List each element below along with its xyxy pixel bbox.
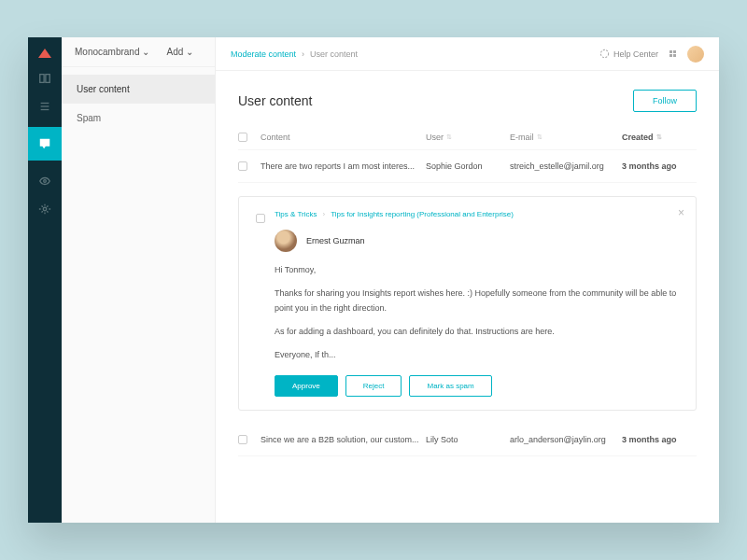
- sort-icon[interactable]: ⇅: [446, 133, 452, 141]
- card-crumb-a[interactable]: Tips & Tricks: [275, 210, 317, 218]
- chevron-right-icon: ›: [302, 49, 304, 59]
- logo-icon: [38, 49, 51, 58]
- approve-button[interactable]: Approve: [275, 375, 338, 397]
- breadcrumb-current: User content: [310, 49, 358, 59]
- cell-created: 3 months ago: [622, 435, 697, 444]
- chevron-right-icon: ›: [322, 210, 325, 218]
- rail-item-1[interactable]: [37, 71, 52, 86]
- rail-item-moderate[interactable]: [28, 127, 62, 161]
- table-row[interactable]: Since we are a B2B solution, our custom.…: [238, 424, 697, 456]
- col-content: Content: [261, 133, 426, 142]
- svg-rect-1: [46, 75, 49, 83]
- svg-point-7: [600, 49, 608, 57]
- table-row[interactable]: There are two reports I am most interes.…: [238, 150, 697, 183]
- card-breadcrumb: Tips & Tricks › Tips for Insights report…: [275, 210, 679, 218]
- cell-email: arlo_anderson@jaylin.org: [510, 435, 622, 444]
- reject-button[interactable]: Reject: [345, 375, 402, 397]
- nav-rail: [28, 37, 62, 523]
- cell-user: Lily Soto: [426, 435, 510, 444]
- row-checkbox[interactable]: [238, 435, 247, 444]
- sidebar-item-spam[interactable]: Spam: [62, 104, 215, 133]
- chevron-down-icon: ⌄: [186, 47, 193, 57]
- card-checkbox[interactable]: [256, 214, 265, 223]
- rail-item-settings[interactable]: [37, 202, 52, 217]
- sort-icon[interactable]: ⇅: [656, 133, 662, 141]
- mark-spam-button[interactable]: Mark as spam: [409, 375, 491, 397]
- svg-point-5: [44, 180, 47, 183]
- svg-rect-0: [40, 75, 44, 83]
- app-window: Monocambrand⌄ Add⌄ User content Spam Mod…: [28, 37, 719, 523]
- sidebar-item-user-content[interactable]: User content: [62, 75, 215, 104]
- author-name: Ernest Guzman: [306, 236, 365, 245]
- add-dropdown[interactable]: Add⌄: [166, 47, 193, 57]
- svg-point-6: [43, 207, 47, 211]
- chevron-down-icon: ⌄: [142, 47, 149, 57]
- breadcrumb: Moderate content › User content: [231, 49, 358, 59]
- sort-icon[interactable]: ⇅: [537, 133, 543, 141]
- help-center-link[interactable]: Help Center: [599, 49, 658, 59]
- main: Moderate content › User content Help Cen…: [216, 37, 719, 523]
- row-checkbox[interactable]: [238, 161, 247, 171]
- col-user[interactable]: User: [426, 133, 444, 142]
- user-avatar[interactable]: [687, 46, 704, 63]
- help-icon: [599, 49, 610, 59]
- cell-content: There are two reports I am most interes.…: [261, 161, 426, 171]
- card-crumb-b[interactable]: Tips for Insights reporting (Professiona…: [331, 210, 514, 218]
- rail-item-4[interactable]: [37, 174, 52, 189]
- sidebar: Monocambrand⌄ Add⌄ User content Spam: [62, 37, 216, 523]
- follow-button[interactable]: Follow: [633, 90, 697, 112]
- table-header: Content User⇅ E-mail⇅ Created⇅: [238, 125, 697, 150]
- topbar: Moderate content › User content Help Cen…: [216, 37, 719, 71]
- cell-created: 3 months ago: [622, 161, 697, 171]
- content-card: × Tips & Tricks › Tips for Insights repo…: [238, 196, 697, 411]
- cell-email: streich_estelle@jamil.org: [510, 161, 622, 171]
- cell-content: Since we are a B2B solution, our custom.…: [261, 435, 426, 444]
- col-created[interactable]: Created: [622, 133, 654, 142]
- rail-item-2[interactable]: [37, 99, 52, 114]
- card-body: Hi Tonmoy, Thanks for sharing you Insigh…: [275, 263, 679, 362]
- cell-user: Sophie Gordon: [426, 161, 510, 171]
- page-title: User content: [238, 93, 312, 108]
- close-icon[interactable]: ×: [678, 206, 684, 219]
- brand-dropdown[interactable]: Monocambrand⌄: [75, 47, 149, 57]
- select-all-checkbox[interactable]: [238, 133, 247, 142]
- author-avatar: [275, 230, 297, 252]
- col-email[interactable]: E-mail: [510, 133, 534, 142]
- apps-icon[interactable]: [669, 50, 676, 57]
- breadcrumb-parent[interactable]: Moderate content: [231, 49, 296, 59]
